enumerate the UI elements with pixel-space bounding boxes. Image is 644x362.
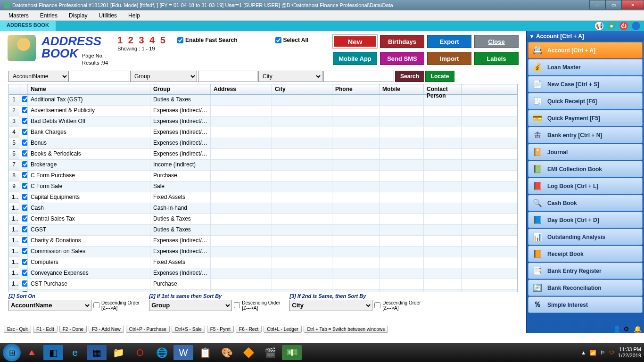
table-row[interactable]: 4Bank ChargesExpenses (Indirect/A...	[9, 127, 517, 138]
menu-masters[interactable]: Masters	[3, 11, 34, 20]
sort1-desc-checkbox[interactable]	[93, 302, 99, 308]
chevron-down-icon[interactable]: ▾	[530, 33, 533, 40]
table-row[interactable]: 16ComputersFixed Assets	[9, 257, 517, 268]
sort3-desc-checkbox[interactable]	[374, 302, 380, 308]
side-panel-item[interactable]: 📗EMI Collection Book	[528, 161, 643, 177]
filter-accountname-select[interactable]: AccountName	[8, 71, 69, 82]
filter-group-select[interactable]: Group	[130, 71, 197, 82]
system-clock[interactable]: 11:33 PM 1/22/2019	[618, 346, 641, 359]
sort3-select[interactable]: City	[289, 300, 372, 311]
table-row[interactable]: 14Charity & DonationsExpenses (Indirect/…	[9, 236, 517, 247]
side-panel-item[interactable]: 📔Journal	[528, 144, 643, 160]
birthdays-button[interactable]: Birthdays	[380, 35, 424, 48]
page-title-2: BOOK	[41, 47, 78, 59]
labels-button[interactable]: Labels	[474, 52, 519, 65]
tray-network-icon[interactable]: 📶	[590, 350, 596, 356]
table-row[interactable]: 9C Form SaleSale	[9, 181, 517, 192]
filter-city-select[interactable]: City	[258, 71, 322, 82]
table-row[interactable]: 7BrokerageIncome (Indirect)	[9, 160, 517, 171]
close-window-button[interactable]: ✕	[621, 0, 644, 9]
side-item-icon: 📗	[532, 164, 543, 174]
side-panel-item[interactable]: 💳Quick Payment [F5]	[528, 110, 643, 126]
sort2-select[interactable]: Group	[149, 300, 232, 311]
side-item-icon: 📘	[532, 215, 543, 225]
sort1-select[interactable]: AccountName	[8, 300, 91, 311]
side-panel-item[interactable]: ％Simple Interest	[528, 296, 643, 313]
menu-utilities[interactable]: Utilities	[93, 11, 123, 20]
send-sms-button[interactable]: Send SMS	[380, 52, 424, 65]
sort2-desc-checkbox[interactable]	[234, 302, 240, 308]
rp-footer-icon-2[interactable]: ⚙	[623, 325, 631, 333]
person-icon[interactable]: 👤	[632, 22, 640, 30]
taskbar-paint-icon[interactable]: 🎨	[217, 345, 237, 360]
taskbar-app5-icon[interactable]: 🎬	[260, 345, 280, 360]
filter-group-input[interactable]	[198, 71, 257, 82]
side-panel-item[interactable]: 🔄Bank Reconciliation	[528, 280, 643, 296]
select-all-checkbox[interactable]: Select All	[275, 37, 309, 43]
taskbar-app4-icon[interactable]: 🔶	[239, 345, 258, 360]
rp-footer-icon-1[interactable]: 👤	[613, 325, 620, 333]
taskbar-opera-icon[interactable]: O	[130, 345, 150, 360]
announce-icon[interactable]: 📢	[595, 22, 603, 30]
maximize-button[interactable]: ▭	[605, 0, 621, 9]
menu-entries[interactable]: Entries	[34, 11, 63, 20]
table-row[interactable]: 18CST PurchasePurchase	[9, 279, 517, 290]
table-row[interactable]: 15Commission on SalesExpenses (Indirect/…	[9, 247, 517, 257]
tab-address-book[interactable]: ADDRESS BOOK	[0, 21, 56, 31]
side-panel-item[interactable]: 🏦Bank entry [Ctrl + N]	[528, 127, 643, 143]
taskbar-app1-icon[interactable]: ◧	[43, 345, 63, 360]
side-panel-item[interactable]: 📑Bank Entry Register	[528, 263, 643, 279]
import-button[interactable]: Import	[427, 52, 471, 65]
side-panel-item[interactable]: 📇Account [Ctrl + A]	[528, 42, 643, 58]
taskbar-word-icon[interactable]: W	[173, 345, 193, 360]
table-row[interactable]: 19CST SalesSale	[9, 290, 517, 292]
taskbar-vlc-icon[interactable]: 🔺	[22, 345, 41, 360]
table-row[interactable]: 6Books & PeriodicalsExpenses (Indirect/A…	[9, 149, 517, 160]
close-button[interactable]: Close	[474, 35, 519, 48]
status-icon[interactable]: ●	[607, 22, 616, 30]
tray-shield-icon[interactable]: 🛡	[609, 350, 614, 355]
menu-display[interactable]: Display	[63, 11, 93, 20]
table-row[interactable]: 3Bad Debts Written OffExpenses (Indirect…	[9, 116, 517, 127]
filter-accountname-input[interactable]	[70, 71, 129, 82]
search-button[interactable]: Search	[395, 71, 424, 82]
taskbar-app2-icon[interactable]: ▦	[87, 345, 107, 360]
taskbar-explorer-icon[interactable]: 📁	[108, 345, 128, 360]
table-row[interactable]: 17Conveyance ExpensesExpenses (Indirect/…	[9, 268, 517, 279]
side-panel-item[interactable]: 🔍Cash Book	[528, 195, 643, 211]
side-panel-item[interactable]: 💰Loan Master	[528, 59, 643, 75]
taskbar-chrome-icon[interactable]: 🌐	[152, 345, 172, 360]
table-row[interactable]: 10Capital EquipmentsFixed Assets	[9, 192, 517, 203]
table-row[interactable]: 1Additional Tax (GST)Duties & Taxes	[9, 95, 517, 106]
shortcut-hint: Ctrl+L - Ledger	[264, 326, 302, 333]
side-panel-item[interactable]: 📄New Case [Ctrl + S]	[528, 76, 643, 92]
taskbar-app3-icon[interactable]: 📋	[195, 345, 215, 360]
side-panel-item[interactable]: 📙Receipt Book	[528, 246, 643, 262]
tray-flag-icon[interactable]: 🏳	[600, 350, 605, 355]
table-row[interactable]: 2Advertisement & PublicityExpenses (Indi…	[9, 106, 517, 116]
minimize-button[interactable]: ─	[589, 0, 605, 9]
table-row[interactable]: 12Central Sales TaxDuties & Taxes	[9, 214, 517, 225]
tray-up-icon[interactable]: ▲	[581, 350, 586, 355]
table-row[interactable]: 8C Form PurchasePurchase	[9, 171, 517, 181]
export-button[interactable]: Export	[427, 35, 471, 48]
taskbar-ie-icon[interactable]: e	[65, 345, 85, 360]
new-button[interactable]: New	[333, 35, 377, 48]
enable-fast-search-checkbox[interactable]: Enable Fast Search	[177, 37, 238, 43]
filter-city-input[interactable]	[323, 71, 394, 82]
power-icon[interactable]: ⏻	[619, 22, 628, 30]
side-panel-item[interactable]: 📊Outstanding Analysis	[528, 229, 643, 245]
start-button[interactable]: ⊞	[3, 344, 21, 362]
taskbar-app6-icon[interactable]: 💵	[282, 345, 302, 360]
mobile-app-button[interactable]: Mobile App	[333, 52, 377, 65]
menu-help[interactable]: Help	[123, 11, 146, 20]
grid-body[interactable]: 1Additional Tax (GST)Duties & Taxes2Adve…	[9, 95, 517, 292]
table-row[interactable]: 11CashCash-in-hand	[9, 203, 517, 214]
table-row[interactable]: 13CGSTDuties & Taxes	[9, 225, 517, 236]
side-panel-item[interactable]: 📘Day Book [Ctrl + D]	[528, 212, 643, 228]
side-panel-item[interactable]: 📕Log Book [Ctrl + L]	[528, 178, 643, 194]
side-panel-item[interactable]: 🧾Quick Receipt [F6]	[528, 93, 643, 109]
table-row[interactable]: 5BonusExpenses (Indirect/A...	[9, 138, 517, 149]
rp-footer-icon-3[interactable]: 🔔	[634, 325, 641, 333]
locate-button[interactable]: Locate	[425, 71, 454, 82]
